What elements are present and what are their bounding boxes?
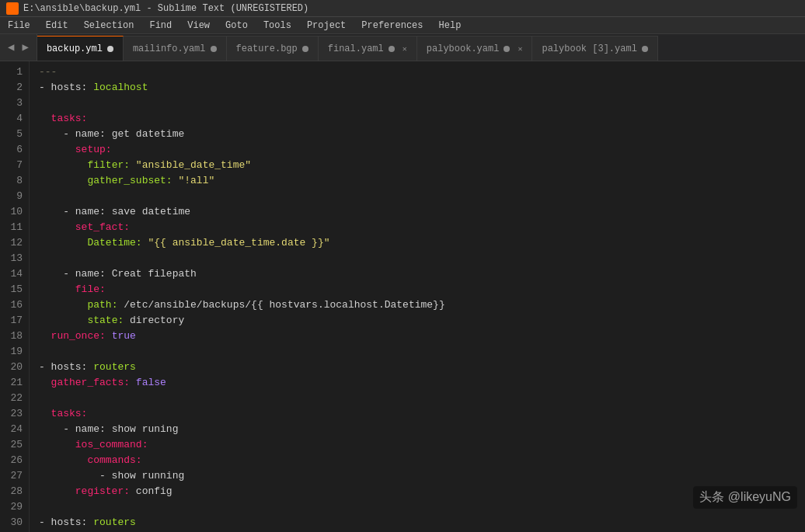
line-number: 11 <box>0 220 29 235</box>
code-line: - hosts: localhost <box>39 80 805 96</box>
code-line <box>39 96 805 111</box>
line-number: 12 <box>0 235 29 251</box>
line-number: 6 <box>0 142 29 158</box>
tab-final-yaml[interactable]: final.yaml✕ <box>319 36 417 61</box>
line-numbers: 1234567891011121314151617181920212223242… <box>0 61 30 532</box>
line-number: 3 <box>0 96 29 111</box>
tab-modified-dot <box>211 46 217 52</box>
tab-label: final.yaml <box>328 43 384 54</box>
line-number: 30 <box>0 515 29 530</box>
code-line: gather_facts: false <box>39 375 805 391</box>
tab-nav-arrows[interactable]: ◀ ▶ <box>0 34 37 61</box>
line-number: 21 <box>0 375 29 391</box>
code-line: --- <box>39 64 805 80</box>
tab-label: palybook [3].yaml <box>542 43 636 54</box>
line-number: 5 <box>0 127 29 142</box>
code-line: setup: <box>39 142 805 158</box>
tab-mailinfo-yaml[interactable]: mailinfo.yaml <box>124 36 227 61</box>
tab-close-button[interactable]: ✕ <box>518 44 522 54</box>
tab-palybook-yaml[interactable]: palybook.yaml✕ <box>417 36 533 61</box>
line-number: 1 <box>0 64 29 80</box>
titlebar: E:\ansible\backup.yml - Sublime Text (UN… <box>0 0 805 17</box>
code-line: register: config <box>39 484 805 499</box>
tab-palybook--3--yaml[interactable]: palybook [3].yaml <box>532 36 657 61</box>
tab-modified-dot <box>302 46 308 52</box>
menu-item-project[interactable]: Project <box>299 17 354 34</box>
tab-label: feature.bgp <box>236 43 298 54</box>
code-line: state: directory <box>39 313 805 329</box>
title-text: E:\ansible\backup.yml - Sublime Text (UN… <box>23 3 308 14</box>
line-number: 29 <box>0 499 29 515</box>
line-number: 14 <box>0 266 29 282</box>
prev-tab-arrow[interactable]: ◀ <box>5 39 17 55</box>
menu-item-edit[interactable]: Edit <box>38 17 76 34</box>
tab-backup-yml[interactable]: backup.yml <box>37 36 124 61</box>
line-number: 16 <box>0 297 29 313</box>
menu-item-view[interactable]: View <box>179 17 218 34</box>
line-number: 8 <box>0 173 29 189</box>
line-number: 7 <box>0 158 29 173</box>
menu-item-goto[interactable]: Goto <box>218 17 256 34</box>
tab-feature-bgp[interactable]: feature.bgp <box>227 36 319 61</box>
code-line <box>39 344 805 360</box>
code-line <box>39 499 805 515</box>
code-line: tasks: <box>39 406 805 422</box>
code-line: commands: <box>39 453 805 468</box>
code-line <box>39 391 805 406</box>
tab-modified-dot <box>504 46 510 52</box>
menu-item-selection[interactable]: Selection <box>76 17 142 34</box>
line-number: 27 <box>0 468 29 484</box>
code-line: filter: "ansible_date_time" <box>39 158 805 173</box>
line-number: 23 <box>0 406 29 422</box>
next-tab-arrow[interactable]: ▶ <box>19 39 31 55</box>
code-line: tasks: <box>39 111 805 127</box>
tab-close-button[interactable]: ✕ <box>402 44 407 54</box>
line-number: 2 <box>0 80 29 96</box>
tab-modified-dot <box>389 46 395 52</box>
code-line: - name: get datetime <box>39 127 805 142</box>
code-line: path: /etc/ansible/backups/{{ hostvars.l… <box>39 297 805 313</box>
menu-item-find[interactable]: Find <box>141 17 179 34</box>
code-line: set_fact: <box>39 220 805 235</box>
line-number: 25 <box>0 437 29 453</box>
line-number: 9 <box>0 189 29 204</box>
editor: 1234567891011121314151617181920212223242… <box>0 61 805 532</box>
line-number: 26 <box>0 453 29 468</box>
line-number: 13 <box>0 251 29 266</box>
tabbar: ◀ ▶ backup.ymlmailinfo.yamlfeature.bgpfi… <box>0 34 805 61</box>
code-line: Datetime: "{{ ansible_date_time.date }}" <box>39 235 805 251</box>
line-number: 18 <box>0 329 29 344</box>
code-line: - hosts: routers <box>39 360 805 375</box>
menu-item-tools[interactable]: Tools <box>256 17 299 34</box>
line-number: 17 <box>0 313 29 329</box>
line-number: 19 <box>0 344 29 360</box>
line-number: 22 <box>0 391 29 406</box>
code-line <box>39 189 805 204</box>
tab-modified-dot <box>107 46 113 52</box>
menubar: FileEditSelectionFindViewGotoToolsProjec… <box>0 17 805 34</box>
menu-item-help[interactable]: Help <box>431 17 469 34</box>
code-line: run_once: true <box>39 329 805 344</box>
code-line: - show running <box>39 468 805 484</box>
line-number: 4 <box>0 111 29 127</box>
line-number: 10 <box>0 204 29 220</box>
line-number: 28 <box>0 484 29 499</box>
code-line: file: <box>39 282 805 297</box>
code-line <box>39 251 805 266</box>
line-number: 20 <box>0 360 29 375</box>
tab-label: palybook.yaml <box>427 43 500 54</box>
line-number: 15 <box>0 282 29 297</box>
code-line: - name: Creat filepath <box>39 266 805 282</box>
code-area[interactable]: ---- hosts: localhost tasks: - name: get… <box>30 61 805 532</box>
app-icon <box>6 2 19 15</box>
code-line: - name: save datetime <box>39 204 805 220</box>
menu-item-file[interactable]: File <box>0 17 38 34</box>
code-line: gather_subset: "!all" <box>39 173 805 189</box>
tab-label: backup.yml <box>47 43 103 54</box>
tab-label: mailinfo.yaml <box>133 43 206 54</box>
code-line: - name: show runing <box>39 422 805 437</box>
menu-item-preferences[interactable]: Preferences <box>354 17 430 34</box>
code-line: ios_command: <box>39 437 805 453</box>
line-number: 24 <box>0 422 29 437</box>
tab-modified-dot <box>642 46 648 52</box>
